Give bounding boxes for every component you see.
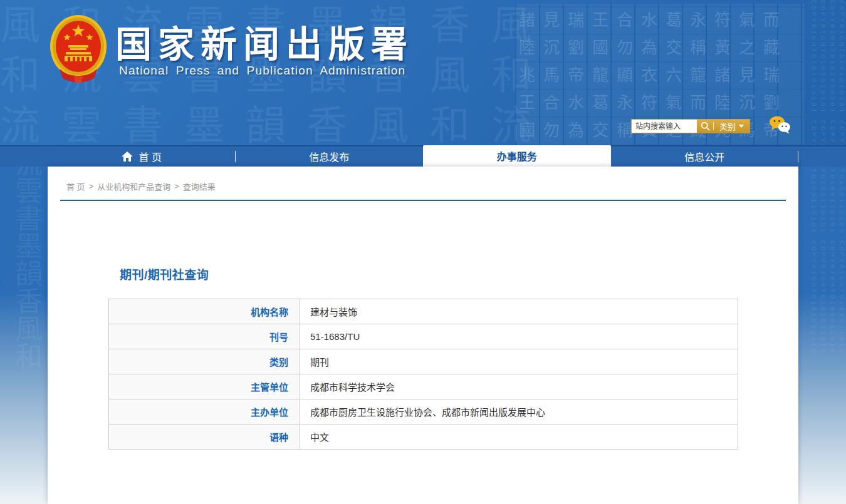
breadcrumb-home-link[interactable]: 首 页 (66, 180, 85, 192)
breadcrumb-current: 查询结果 (183, 180, 216, 192)
breadcrumb-query-link[interactable]: 从业机构和产品查询 (97, 180, 170, 192)
home-icon (122, 152, 133, 162)
search-button[interactable] (697, 120, 713, 133)
row-value: 成都市科学技术学会 (300, 374, 738, 399)
nav-item-info-release[interactable]: 信息发布 (236, 147, 424, 167)
site-search: 类别 (631, 119, 750, 133)
nav-item-services[interactable]: 办事服务 (423, 145, 611, 167)
site-subtitle: National Press and Publication Administr… (119, 64, 405, 78)
content-panel: 首 页 > 从业机构和产品查询 > 查询结果 期刊/期刊社查询 机构名称 建材与… (48, 167, 798, 504)
row-label: 机构名称 (109, 299, 300, 324)
result-table: 机构名称 建材与装饰 刊号 51-1683/TU 类别 期刊 主管单位 成都市科… (108, 299, 738, 450)
table-row: 语种 中文 (109, 424, 738, 450)
wechat-icon (768, 115, 791, 135)
page-title: 期刊/期刊社查询 (120, 265, 798, 282)
category-dropdown[interactable]: 类别 (714, 120, 749, 132)
site-header: 風和流雲書墨韻香風和流雲書墨韻香風和流雲書墨韻香風和流雲書墨韻香 諸見瑞王合水葛… (0, 0, 846, 145)
nav-item-label: 信息发布 (309, 149, 349, 164)
copyright-binary-watermark: COPYRIGHT0101010101 COPYRIGHT0100110101 … (801, 0, 846, 401)
row-label: 刊号 (109, 324, 300, 349)
search-input[interactable] (632, 120, 697, 133)
table-row: 类别 期刊 (109, 349, 738, 374)
row-value: 成都市厨房卫生设施行业协会、成都市新闻出版发展中心 (300, 399, 738, 424)
row-label: 主办单位 (109, 399, 300, 424)
row-label: 类别 (109, 349, 300, 374)
breadcrumb-divider-line (60, 200, 786, 201)
national-emblem-icon (49, 14, 108, 85)
wechat-button[interactable] (768, 115, 791, 136)
table-row: 刊号 51-1683/TU (109, 324, 738, 349)
nav-item-home[interactable]: 首 页 (48, 147, 236, 167)
breadcrumb-separator: > (174, 182, 179, 191)
row-label: 语种 (109, 424, 300, 449)
row-value: 期刊 (300, 349, 738, 374)
table-row: 机构名称 建材与装饰 (109, 299, 738, 324)
main-nav: 首 页 信息发布 办事服务 信息公开 (0, 145, 846, 167)
category-label: 类别 (719, 120, 736, 132)
breadcrumb-separator: > (89, 182, 94, 191)
table-row: 主管单位 成都市科学技术学会 (109, 374, 738, 399)
row-value: 51-1683/TU (300, 324, 738, 349)
nav-item-info-disclosure[interactable]: 信息公开 (611, 147, 799, 167)
caret-down-icon (739, 125, 744, 128)
row-label: 主管单位 (109, 374, 300, 399)
search-icon (701, 121, 710, 131)
nav-item-label: 信息公开 (684, 149, 724, 164)
table-row: 主办单位 成都市厨房卫生设施行业协会、成都市新闻出版发展中心 (109, 399, 738, 424)
nav-item-label: 办事服务 (497, 148, 537, 163)
row-value: 建材与装饰 (300, 299, 738, 324)
site-title: 国家新闻出版署 (115, 15, 414, 68)
breadcrumb: 首 页 > 从业机构和产品查询 > 查询结果 (48, 167, 798, 192)
national-emblem-logo[interactable] (49, 14, 108, 85)
nav-item-label: 首 页 (139, 149, 162, 164)
row-value: 中文 (300, 424, 738, 449)
